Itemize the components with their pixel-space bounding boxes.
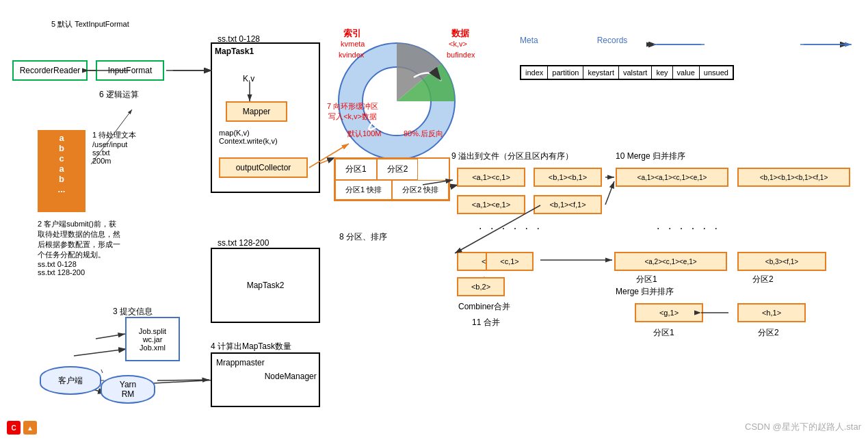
- calc-maptask-label: 4 计算出MapTask数量: [211, 341, 291, 352]
- pending-text-block: abcab...: [38, 130, 86, 212]
- header-valstart: valstart: [619, 66, 652, 79]
- default-size-label: 默认100M: [347, 129, 382, 139]
- mrappmaster-box: Mrappmaster NodeManager: [211, 352, 320, 407]
- map-context-label: map(K,v)Context.write(k,v): [219, 129, 278, 145]
- svg-line-35: [96, 334, 125, 339]
- svg-line-27: [605, 181, 614, 205]
- partition-grid: 分区1 分区2 分区1 快排 分区2 快排: [334, 157, 450, 201]
- merge-b2: <b,2>: [457, 277, 505, 296]
- meta-records-header: Meta Records: [520, 36, 627, 45]
- header-index: index: [521, 66, 548, 79]
- mapper-box: Mapper: [226, 101, 287, 122]
- step8-label: 8 分区、排序: [339, 231, 387, 243]
- kvindex-label: kvindex: [339, 51, 364, 59]
- combiner-label: Combiner合并: [458, 301, 510, 313]
- merge-a1e1: <a,1><e,1>: [457, 195, 525, 214]
- merge-sort-label: Merge 归并排序: [616, 286, 674, 298]
- partition2-final-label: 分区2: [758, 327, 779, 339]
- bufindex-label: bufindex: [447, 51, 475, 59]
- step7-label: 7 向环形缓冲区写入<k,v>数据: [327, 101, 378, 122]
- header-row: index partition keystart valstart key va…: [520, 65, 734, 80]
- partition1-final-label: 分区1: [653, 327, 674, 339]
- client-submit-label: 2 客户端submit()前，获取待处理数据的信息，然后根据参数配置，形成一个任…: [38, 219, 127, 276]
- percent80-label: 80%.后反向: [404, 129, 443, 139]
- watermark: CSDN @星光下的赵路人.star: [745, 421, 861, 433]
- header-key: key: [652, 66, 672, 79]
- header-partition: partition: [548, 66, 583, 79]
- client-cloud: 客户端: [40, 366, 101, 395]
- svg-line-36: [157, 380, 209, 380]
- partition1-label: 分区1: [636, 274, 657, 285]
- yarn-rm-cloud: Yarn RM: [101, 375, 155, 404]
- bottom-icons: C ▲: [7, 421, 37, 435]
- kv2-label: K,v: [243, 74, 254, 83]
- logical-op-label: 6 逻辑运算: [99, 89, 139, 101]
- default-textinputformat-label: 5 默认 TextInputFormat: [51, 19, 129, 29]
- merge-b1b1: <b,1><b,1>: [534, 168, 602, 187]
- index-label: 索引: [343, 27, 361, 40]
- step9-label: 9 溢出到文件（分区且区内有序）: [451, 151, 573, 162]
- kvmeta-label: kvmeta: [341, 40, 365, 48]
- recorder-reader-box: RecorderReader: [12, 60, 88, 81]
- svg-line-31: [101, 370, 103, 373]
- merge-g1: <g,1>: [635, 303, 703, 322]
- job-split-box: Job.split wc.jar Job.xml: [125, 317, 180, 361]
- header-value: value: [673, 66, 700, 79]
- merge-a2c1e1: <a,2><c,1><e,1>: [614, 252, 727, 271]
- merge-result2: <b,1><b,1><b,1><f,1>: [737, 168, 850, 187]
- merge-a1c1: <a,1><c,1>: [457, 168, 525, 187]
- input-format-box: InputFormat: [96, 60, 164, 81]
- header-keystart: keystart: [583, 66, 619, 79]
- merge-result1: <a,1><a,1><c,1><e,1>: [616, 168, 728, 187]
- pending-text-label: 1 待处理文本/user/inputss.txt200m: [92, 130, 136, 165]
- kv-data-label: <k,v>: [449, 40, 467, 48]
- dots2: · · · · · ·: [657, 222, 720, 235]
- output-collector-box: outputCollector: [219, 157, 308, 178]
- merge-b1f1: <b,1><f,1>: [534, 195, 602, 214]
- merge-c1: <c,1>: [486, 252, 534, 271]
- dots1: · · · · · ·: [479, 222, 542, 235]
- data-label: 数据: [451, 27, 469, 40]
- step10-label: 10 Merge 归并排序: [616, 151, 685, 162]
- submit-info-label: 3 提交信息: [113, 306, 153, 318]
- svg-line-12: [74, 349, 127, 356]
- svg-line-11: [154, 380, 219, 383]
- merge-h1: <h,1>: [737, 303, 806, 322]
- step11-label: 11 合并: [472, 317, 500, 328]
- ss-txt-128-label: ss.txt 128-200: [218, 238, 269, 248]
- header-unsued: unsued: [700, 66, 733, 79]
- partition2-label: 分区2: [752, 274, 774, 285]
- merge-b3f1: <b,3><f,1>: [737, 252, 826, 271]
- maptask2-box: MapTask2: [211, 248, 320, 323]
